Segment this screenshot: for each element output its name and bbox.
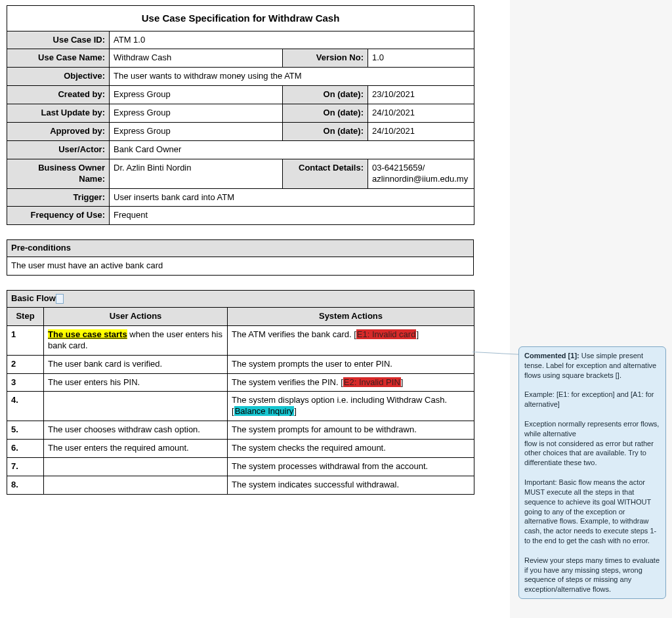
doc-title: Use Case Specification for Withdraw Cash (7, 6, 474, 31)
label-approved-by: Approved by: (7, 122, 110, 140)
document-body: Use Case Specification for Withdraw Cash… (0, 0, 510, 618)
label-use-case-id: Use Case ID: (7, 31, 110, 49)
comment-p5: Important: Basic flow means the actor MU… (524, 478, 656, 545)
table-row: 6.The user enters the required amount.Th… (7, 440, 474, 458)
label-version-no: Version No: (283, 49, 368, 68)
table-row: 2The user bank card is verified.The syst… (7, 355, 474, 373)
label-last-update-on: On (date): (283, 104, 368, 123)
value-contact-details: 03-64215659/ azlinnordin@iium.edu.my (368, 159, 474, 188)
system-action-cell: The system checks the required amount. (228, 440, 474, 458)
table-row: 1The use case starts when the user enter… (7, 325, 474, 355)
table-row: 5.The user chooses withdraw cash option.… (7, 421, 474, 440)
system-action-cell: The system indicates successful withdraw… (228, 476, 474, 494)
value-last-update-by: Express Group (110, 104, 283, 123)
system-action-cell: The system verifies the PIN. [E2: Invali… (228, 373, 474, 392)
alternative-tag: Balance Inquiry (234, 406, 295, 416)
user-action-cell: The use case starts when the user enters… (44, 325, 228, 355)
table-row: 3The user enters his PIN.The system veri… (7, 373, 474, 392)
step-number: 4. (7, 392, 44, 421)
label-basic-flow: Basic Flow (7, 291, 474, 308)
table-row: 4.The system displays option i.e. includ… (7, 392, 474, 421)
value-approved-by: Express Group (110, 122, 283, 140)
label-approved-on: On (date): (283, 122, 368, 140)
system-action-cell: The system displays option i.e. includin… (228, 392, 474, 421)
label-use-case-name: Use Case Name: (7, 49, 110, 68)
user-action-cell: The user enters his PIN. (44, 373, 228, 392)
step-number: 3 (7, 373, 44, 392)
value-version-no: 1.0 (368, 49, 474, 68)
user-action-cell: The user bank card is verified. (44, 355, 228, 373)
user-action-cell (44, 457, 228, 476)
basic-flow-table: Basic Flow Step User Actions System Acti… (7, 290, 474, 495)
comment-p4: flow is not considered as error but rath… (524, 440, 654, 467)
system-action-cell: The system prompts for amount to be with… (228, 421, 474, 440)
comment-p3: Exception normally represents error flow… (524, 420, 659, 438)
value-user-actor: Bank Card Owner (110, 140, 474, 159)
label-business-owner: Business Owner Name: (7, 159, 110, 188)
value-use-case-name: Withdraw Cash (110, 49, 283, 68)
col-user-actions: User Actions (44, 307, 228, 325)
label-objective: Objective: (7, 68, 110, 86)
comment-p6: Review your steps many times to evaluate… (524, 556, 660, 594)
user-action-cell (44, 476, 228, 494)
value-objective: The user wants to withdraw money using t… (110, 68, 474, 86)
page: Use Case Specification for Withdraw Cash… (0, 0, 672, 618)
exception-tag: E2: Invalid PIN (343, 377, 401, 387)
user-action-cell: The user chooses withdraw cash option. (44, 421, 228, 440)
value-approved-on: 24/10/2021 (368, 122, 474, 140)
text-cursor-icon (56, 294, 64, 304)
basic-flow-text: Basic Flow (11, 293, 56, 303)
user-action-cell (44, 392, 228, 421)
system-action-cell: The system prompts the user to enter PIN… (228, 355, 474, 373)
value-last-update-on: 24/10/2021 (368, 104, 474, 123)
label-preconditions: Pre-conditions (7, 240, 474, 257)
step-number: 1 (7, 325, 44, 355)
table-row: 7.The system processes withdrawal from t… (7, 457, 474, 476)
step-number: 7. (7, 457, 44, 476)
exception-tag: E1: Invalid card (356, 329, 417, 339)
col-system-actions: System Actions (228, 307, 474, 325)
value-trigger: User inserts bank card into ATM (110, 188, 474, 207)
value-use-case-id: ATM 1.0 (110, 31, 474, 49)
value-created-by: Express Group (110, 86, 283, 104)
step-number: 6. (7, 440, 44, 458)
label-frequency: Frequency of Use: (7, 207, 110, 225)
step-number: 2 (7, 355, 44, 373)
step-number: 5. (7, 421, 44, 440)
value-preconditions: The user must have an active bank card (7, 257, 474, 276)
user-action-cell: The user enters the required amount. (44, 440, 228, 458)
label-user-actor: User/Actor: (7, 140, 110, 159)
system-action-cell: The system processes withdrawal from the… (228, 457, 474, 476)
label-trigger: Trigger: (7, 188, 110, 207)
highlight-yellow: The use case starts (48, 329, 127, 339)
value-business-owner: Dr. Azlin Binti Nordin (110, 159, 283, 188)
table-row: 8.The system indicates successful withdr… (7, 476, 474, 494)
label-last-update-by: Last Update by: (7, 104, 110, 123)
label-created-on: On (date): (283, 86, 368, 104)
comment-p2: Example: [E1: for exception] and [A1: fo… (524, 390, 654, 408)
meta-table: Use Case Specification for Withdraw Cash… (7, 5, 474, 225)
col-step: Step (7, 307, 44, 325)
label-contact-details: Contact Details: (283, 159, 368, 188)
value-created-on: 23/10/2021 (368, 86, 474, 104)
value-frequency: Frequent (110, 207, 474, 225)
step-number: 8. (7, 476, 44, 494)
label-created-by: Created by: (7, 86, 110, 104)
preconditions-table: Pre-conditions The user must have an act… (7, 239, 474, 276)
comment-head: Commented [1]: (524, 352, 579, 360)
system-action-cell: The ATM verifies the bank card. [E1: Inv… (228, 325, 474, 355)
comment-balloon[interactable]: Commented [1]: Use simple present tense.… (518, 346, 666, 599)
